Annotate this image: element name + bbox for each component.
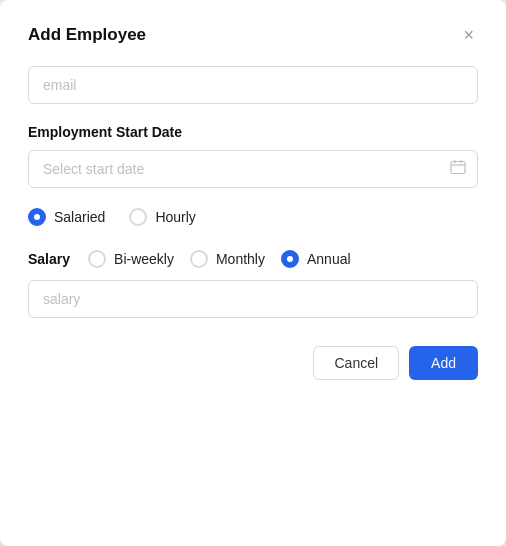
start-date-group: Employment Start Date xyxy=(28,124,478,188)
start-date-input[interactable] xyxy=(28,150,478,188)
email-input[interactable] xyxy=(28,66,478,104)
add-button[interactable]: Add xyxy=(409,346,478,380)
hourly-label: Hourly xyxy=(155,209,195,225)
annual-label: Annual xyxy=(307,251,351,267)
add-employee-dialog: Add Employee × Employment Start Date Sal… xyxy=(0,0,506,546)
annual-option[interactable]: Annual xyxy=(281,250,351,268)
email-group xyxy=(28,66,478,104)
monthly-radio-circle xyxy=(190,250,208,268)
annual-radio-circle xyxy=(281,250,299,268)
salaried-radio-circle xyxy=(28,208,46,226)
salary-label: Salary xyxy=(28,251,70,267)
biweekly-option[interactable]: Bi-weekly xyxy=(88,250,174,268)
salary-input[interactable] xyxy=(28,280,478,318)
hourly-radio-circle xyxy=(129,208,147,226)
close-button[interactable]: × xyxy=(459,24,478,46)
salaried-option[interactable]: Salaried xyxy=(28,208,105,226)
start-date-label: Employment Start Date xyxy=(28,124,478,140)
dialog-header: Add Employee × xyxy=(28,24,478,46)
biweekly-label: Bi-weekly xyxy=(114,251,174,267)
salary-group: Salary Bi-weekly Monthly Annual xyxy=(28,250,478,318)
employment-type-group: Salaried Hourly xyxy=(28,208,478,226)
date-input-wrapper xyxy=(28,150,478,188)
hourly-option[interactable]: Hourly xyxy=(129,208,195,226)
salary-row: Salary Bi-weekly Monthly Annual xyxy=(28,250,478,268)
salaried-label: Salaried xyxy=(54,209,105,225)
monthly-option[interactable]: Monthly xyxy=(190,250,265,268)
biweekly-radio-circle xyxy=(88,250,106,268)
dialog-footer: Cancel Add xyxy=(28,346,478,380)
salary-frequency-group: Bi-weekly Monthly Annual xyxy=(88,250,351,268)
dialog-title: Add Employee xyxy=(28,25,146,45)
monthly-label: Monthly xyxy=(216,251,265,267)
cancel-button[interactable]: Cancel xyxy=(313,346,399,380)
